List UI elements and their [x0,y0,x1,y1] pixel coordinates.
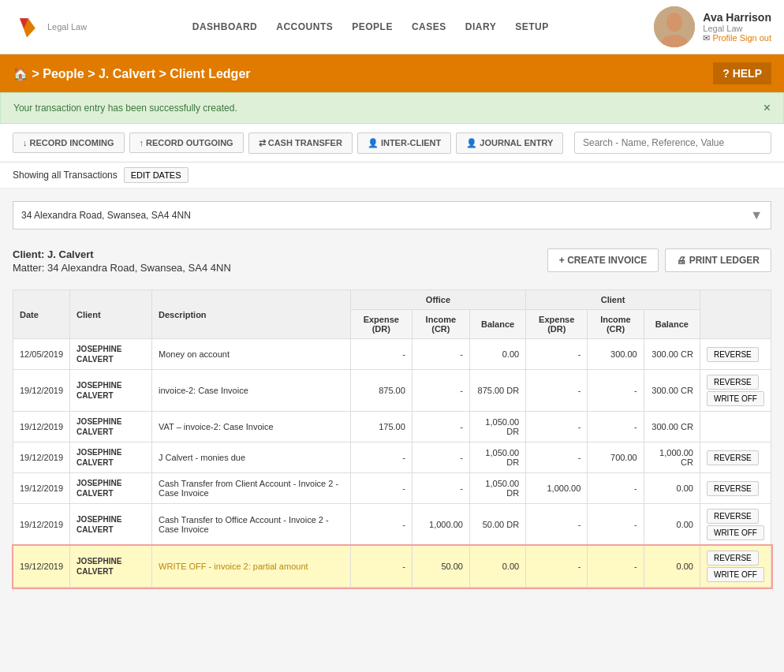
reverse-button[interactable]: REVERSE [707,481,759,496]
cash-transfer-button[interactable]: ⇄ CASH TRANSFER [248,133,353,154]
cell-val-0: 875.00 [350,370,412,412]
success-bar: Your transaction entry has been successf… [0,92,784,124]
write-off-button[interactable]: WRITE OFF [707,567,764,582]
reverse-button[interactable]: REVERSE [707,347,759,362]
reverse-button[interactable]: REVERSE [707,509,759,524]
table-row: 19/12/2019JOSEPHINE CALVERTCash Transfer… [13,504,771,546]
cell-client: JOSEPHINE CALVERT [70,442,152,473]
logo: Legal Law [13,13,87,41]
inter-client-button[interactable]: 👤 INTER-CLIENT [357,133,451,154]
cell-description: WRITE OFF - invoice 2: partial amount [152,546,351,588]
address-value: 34 Alexandra Road, Swansea, SA4 4NN [21,210,191,221]
cell-val-4: - [588,370,644,412]
edit-dates-button[interactable]: EDIT DATES [124,167,189,183]
cell-val-0: - [350,546,412,588]
showing-row: Showing all Transactions EDIT DATES [0,162,784,189]
cell-val-5: 0.00 [644,504,700,546]
cell-val-2: 1,050.00 DR [469,473,525,504]
create-invoice-button[interactable]: + CREATE INVOICE [547,248,659,272]
cell-description: Cash Transfer to Office Account - Invoic… [152,504,351,546]
address-section: 34 Alexandra Road, Swansea, SA4 4NN ▼ [0,189,784,242]
col-office-group: Office [350,290,525,310]
home-icon[interactable]: 🏠 [13,67,28,80]
col-date: Date [13,290,70,339]
breadcrumb-people[interactable]: People [43,67,84,80]
cell-actions: REVERSE [700,473,771,504]
record-outgoing-button[interactable]: ↑ RECORD OUTGOING [129,133,244,153]
reverse-button[interactable]: REVERSE [707,450,759,465]
table-row: 19/12/2019JOSEPHINE CALVERTVAT – invoice… [13,412,771,442]
cell-val-3: - [526,370,588,412]
cell-val-5: 300.00 CR [644,370,700,412]
main-nav: DASHBOARD ACCOUNTS PEOPLE CASES DIARY SE… [192,21,549,32]
header: Legal Law DASHBOARD ACCOUNTS PEOPLE CASE… [0,0,784,54]
cell-val-1: - [412,473,469,504]
cell-val-1: 1,000.00 [412,504,469,546]
cell-date: 19/12/2019 [13,442,70,473]
col-actions-header [700,290,771,339]
user-section: Ava Harrison Legal Law ✉ Profile Sign ou… [654,6,771,47]
cell-actions: REVERSEWRITE OFF [700,370,771,412]
cell-val-1: - [412,412,469,442]
cell-client: JOSEPHINE CALVERT [70,504,152,546]
table-row: 12/05/2019JOSEPHINE CALVERTMoney on acco… [13,339,771,370]
reverse-button[interactable]: REVERSE [707,375,759,390]
cell-val-4: 300.00 [588,339,644,370]
cell-val-3: - [526,339,588,370]
profile-link[interactable]: Profile [712,33,737,43]
user-links: ✉ Profile Sign out [703,33,771,43]
cell-actions [700,412,771,442]
cell-date: 19/12/2019 [13,504,70,546]
nav-accounts[interactable]: ACCOUNTS [276,21,333,32]
cell-client: JOSEPHINE CALVERT [70,412,152,442]
nav-setup[interactable]: SETUP [515,21,549,32]
cell-date: 19/12/2019 [13,370,70,412]
ledger-actions: + CREATE INVOICE 🖨 PRINT LEDGER [547,248,771,272]
success-message: Your transaction entry has been successf… [13,103,237,114]
print-ledger-button[interactable]: 🖨 PRINT LEDGER [665,248,771,272]
cell-val-2: 1,050.00 DR [469,412,525,442]
cell-val-2: 875.00 DR [469,370,525,412]
client-label: Client: J. Calvert [13,248,231,260]
cell-val-5: 300.00 CR [644,412,700,442]
cell-date: 12/05/2019 [13,339,70,370]
address-select[interactable]: 34 Alexandra Road, Swansea, SA4 4NN ▼ [13,201,771,230]
cell-client: JOSEPHINE CALVERT [70,473,152,504]
client-info: Client: J. Calvert Matter: 34 Alexandra … [13,248,231,274]
svg-point-2 [666,13,682,32]
cell-val-4: - [588,546,644,588]
col-office-income: Income (CR) [412,310,469,339]
reverse-button[interactable]: REVERSE [707,551,759,566]
cell-client: JOSEPHINE CALVERT [70,339,152,370]
cell-val-4: - [588,412,644,442]
nav-dashboard[interactable]: DASHBOARD [192,21,258,32]
record-incoming-button[interactable]: ↓ RECORD INCOMING [13,133,125,153]
signout-link[interactable]: Sign out [740,33,771,43]
col-description: Description [152,290,351,339]
success-close-button[interactable]: × [763,101,771,115]
cell-description: Money on account [152,339,351,370]
cell-val-1: - [412,370,469,412]
search-input[interactable] [574,132,771,154]
help-button[interactable]: ? HELP [713,62,771,84]
nav-people[interactable]: PEOPLE [352,21,393,32]
avatar [654,6,695,47]
cell-actions: REVERSE [700,442,771,473]
ledger-container: Client: J. Calvert Matter: 34 Alexandra … [0,242,784,600]
table-row: 19/12/2019JOSEPHINE CALVERTinvoice-2: Ca… [13,370,771,412]
cell-val-0: - [350,504,412,546]
col-client-expense: Expense (DR) [526,310,588,339]
write-off-button[interactable]: WRITE OFF [707,525,764,540]
cell-client: JOSEPHINE CALVERT [70,546,152,588]
logo-icon [13,13,41,41]
nav-diary[interactable]: DIARY [465,21,496,32]
write-off-button[interactable]: WRITE OFF [707,391,764,406]
col-client-income: Income (CR) [588,310,644,339]
breadcrumb-person[interactable]: J. Calvert [99,67,155,80]
cell-val-4: 700.00 [588,442,644,473]
nav-cases[interactable]: CASES [412,21,446,32]
table-group-header: Date Client Description Office Client [13,290,771,310]
cell-val-5: 0.00 [644,546,700,588]
journal-entry-button[interactable]: 👤 JOURNAL ENTRY [456,133,563,154]
cell-val-1: - [412,442,469,473]
